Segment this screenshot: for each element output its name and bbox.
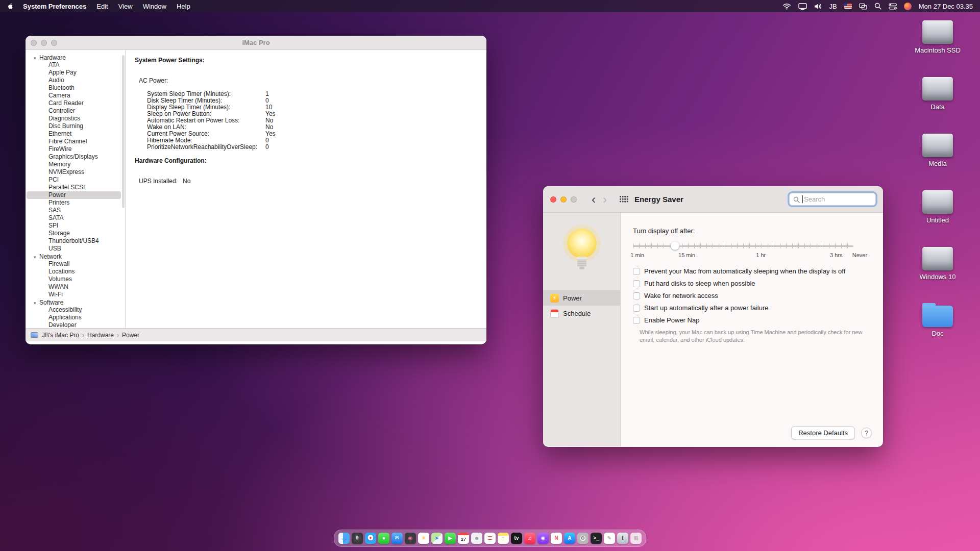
desktop-icon-macintosh-ssd[interactable]: Macintosh SSD xyxy=(904,20,971,54)
dock-icon-trash[interactable]: ▥ xyxy=(630,533,642,544)
sidebar-scrollbar[interactable] xyxy=(122,55,125,208)
restore-defaults-button[interactable]: Restore Defaults xyxy=(791,427,855,439)
dock-icon-launchpad[interactable]: ⠿ xyxy=(352,533,363,544)
checkbox[interactable] xyxy=(633,268,640,275)
tree-item[interactable]: Ethernet xyxy=(27,130,121,138)
volume-icon[interactable] xyxy=(814,3,822,10)
breadcrumb-item[interactable]: Hardware xyxy=(79,332,114,339)
help-button[interactable]: ? xyxy=(861,428,872,438)
dock-icon-facetime[interactable]: ▶ xyxy=(445,533,456,544)
tree-item[interactable]: Bluetooth xyxy=(27,84,121,92)
dock-icon-system-preferences[interactable]: ⚙ xyxy=(577,533,589,544)
disclosure-triangle-icon[interactable] xyxy=(34,253,39,260)
checkbox[interactable] xyxy=(633,317,640,324)
menu-item[interactable]: View xyxy=(118,3,133,10)
forward-button[interactable]: › xyxy=(599,193,610,206)
back-button[interactable]: ‹ xyxy=(588,193,599,206)
dock-icon-photo-booth[interactable]: ◉ xyxy=(405,533,416,544)
desktop-icon-doc[interactable]: Doc xyxy=(904,304,971,337)
tree-item[interactable]: FireWire xyxy=(27,145,121,153)
tree-item[interactable]: Applications xyxy=(27,314,121,321)
system-information-titlebar[interactable]: iMac Pro xyxy=(26,36,486,50)
tree-item[interactable]: SATA xyxy=(27,214,121,222)
tree-item[interactable]: Diagnostics xyxy=(27,115,121,122)
disclosure-triangle-icon[interactable] xyxy=(34,54,39,61)
dock-icon-photos[interactable]: ✳ xyxy=(418,533,429,544)
menu-item[interactable]: Edit xyxy=(96,3,108,10)
dock-icon-contacts[interactable]: ☻ xyxy=(471,533,482,544)
control-center-icon[interactable] xyxy=(889,3,897,10)
tree-item[interactable]: Fibre Channel xyxy=(27,138,121,145)
dock-icon-system-information[interactable]: ℹ xyxy=(617,533,628,544)
menu-item[interactable]: Help xyxy=(177,3,190,10)
tree-item[interactable]: Locations xyxy=(27,268,121,276)
tree-item[interactable]: Thunderbolt/USB4 xyxy=(27,237,121,245)
dock-icon-tv[interactable]: tv xyxy=(511,533,522,544)
tree-item[interactable]: ATA xyxy=(27,61,121,69)
active-app-name[interactable]: System Preferences xyxy=(23,3,86,10)
apple-menu[interactable] xyxy=(7,2,15,10)
tree-item[interactable]: NVMExpress xyxy=(27,168,121,176)
desktops-icon[interactable] xyxy=(859,3,867,10)
tree-section-header[interactable]: Software xyxy=(26,298,125,306)
checkbox-row[interactable]: Start up automatically after a power fai… xyxy=(633,304,883,312)
screen-mirroring-icon[interactable] xyxy=(798,3,807,10)
menu-item[interactable]: Window xyxy=(143,3,166,10)
slider-track[interactable] xyxy=(633,245,853,247)
checkbox-row[interactable]: Put hard disks to sleep when possible xyxy=(633,280,883,287)
tree-item[interactable]: Wi-Fi xyxy=(27,291,121,298)
dock-icon-app-store[interactable]: A xyxy=(564,533,575,544)
dock-icon-notes[interactable]: ≡ xyxy=(498,533,509,544)
tree-item[interactable]: Printers xyxy=(27,199,121,207)
sidebar-item-schedule[interactable]: Schedule xyxy=(543,306,620,321)
close-button[interactable] xyxy=(550,196,556,203)
tree-item[interactable]: Graphics/Displays xyxy=(27,153,121,161)
dock-icon-reminders[interactable]: ☰ xyxy=(484,533,496,544)
tree-item[interactable]: Audio xyxy=(27,77,121,84)
desktop-icon-media[interactable]: Media xyxy=(904,134,971,167)
tree-item[interactable]: Memory xyxy=(27,161,121,168)
tree-item[interactable]: Volumes xyxy=(27,276,121,283)
dock-icon-terminal[interactable]: >_ xyxy=(591,533,602,544)
breadcrumb-item[interactable]: Power xyxy=(114,332,139,339)
zoom-button[interactable] xyxy=(571,196,577,203)
tree-item[interactable]: Card Reader xyxy=(27,99,121,107)
tree-section-header[interactable]: Hardware xyxy=(26,54,125,61)
dock-icon-finder[interactable]: ◡ xyxy=(338,533,350,544)
dock-icon-mail[interactable]: ✉ xyxy=(391,533,403,544)
dock-icon-safari[interactable]: ✦ xyxy=(365,533,376,544)
tree-item[interactable]: PCI xyxy=(27,176,121,184)
tree-item[interactable]: WWAN xyxy=(27,283,121,291)
tree-item[interactable]: Parallel SCSI xyxy=(27,184,121,191)
minimize-button[interactable] xyxy=(560,196,567,203)
tree-item[interactable]: Camera xyxy=(27,92,121,99)
checkbox[interactable] xyxy=(633,280,640,287)
disclosure-triangle-icon[interactable] xyxy=(34,299,39,306)
menu-bar-clock[interactable]: Mon 27 Dec 03.35 xyxy=(919,3,973,10)
slider-thumb[interactable] xyxy=(671,241,679,250)
tree-item[interactable]: Accessibility xyxy=(27,306,121,314)
tree-item[interactable]: Apple Pay xyxy=(27,69,121,77)
breadcrumb-item[interactable]: JB's iMac Pro xyxy=(42,332,79,339)
tree-item[interactable]: SAS xyxy=(27,207,121,214)
display-off-slider[interactable] xyxy=(633,241,853,251)
checkbox[interactable] xyxy=(633,292,640,299)
username-status[interactable]: JB xyxy=(829,3,837,10)
checkbox-row[interactable]: Prevent your Mac from automatically slee… xyxy=(633,267,883,275)
dock-icon-messages[interactable]: ● xyxy=(378,533,389,544)
desktop-icon-data[interactable]: Data xyxy=(904,77,971,111)
checkbox-row[interactable]: Wake for network access xyxy=(633,292,883,299)
tree-item[interactable]: USB xyxy=(27,245,121,253)
energy-saver-toolbar[interactable]: ‹ › Energy Saver xyxy=(543,186,883,213)
tree-item[interactable]: Power xyxy=(27,191,121,199)
tree-item[interactable]: Controller xyxy=(27,107,121,115)
tree-item[interactable]: Disc Burning xyxy=(27,122,121,130)
checkbox-row[interactable]: Enable Power Nap xyxy=(633,316,883,324)
desktop-icon-untitled[interactable]: Untitled xyxy=(904,190,971,224)
input-source-icon[interactable] xyxy=(844,4,852,9)
tree-item[interactable]: SPI xyxy=(27,222,121,230)
desktop-icon-windows-10[interactable]: Windows 10 xyxy=(904,247,971,281)
tree-item[interactable]: Developer xyxy=(27,321,121,328)
spotlight-icon[interactable] xyxy=(874,3,881,10)
dock-icon-music[interactable]: ♫ xyxy=(524,533,535,544)
